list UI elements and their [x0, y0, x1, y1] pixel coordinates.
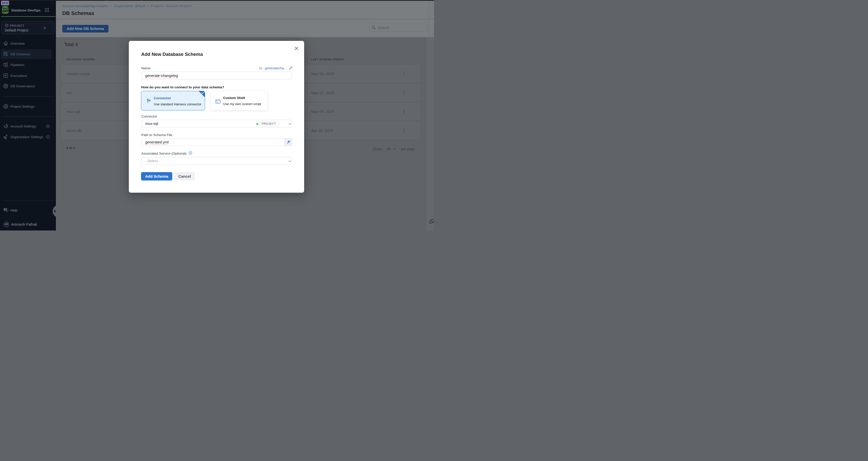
svg-text:?: ?	[5, 208, 6, 211]
